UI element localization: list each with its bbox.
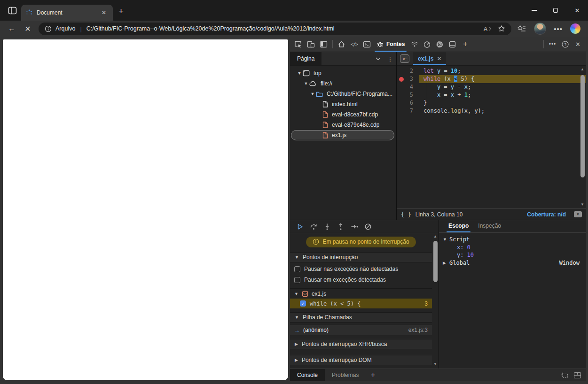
- pause-caught-exceptions-row[interactable]: Pausar em exceções detectadas: [290, 276, 432, 284]
- tab-sources[interactable]: Fontes: [373, 37, 408, 52]
- section-dom-breakpoints[interactable]: ▶ Pontos de interrupção DOM: [290, 355, 432, 365]
- vertical-tabs-icon[interactable]: [7, 5, 18, 16]
- callstack-frame[interactable]: → (anônimo) ex1.js:3: [290, 325, 432, 335]
- pretty-print-icon[interactable]: { }: [401, 211, 411, 218]
- line-number[interactable]: 4: [397, 83, 419, 91]
- page-content[interactable]: [3, 39, 288, 380]
- close-button[interactable]: ✕: [566, 0, 588, 21]
- line-number[interactable]: 6: [397, 99, 419, 107]
- step-icon[interactable]: [350, 222, 359, 231]
- section-breakpoints[interactable]: ▼ Pontos de interrupção: [290, 252, 432, 262]
- tree-item-index-html[interactable]: index.html: [290, 99, 396, 109]
- chevron-down-icon[interactable]: [372, 52, 384, 65]
- refresh-tool-icon[interactable]: [560, 372, 569, 379]
- code-line-7[interactable]: 7console.log(x, y);: [397, 107, 586, 115]
- triangle-expanded-icon[interactable]: ▼: [309, 92, 316, 96]
- scrollbar-thumb[interactable]: [433, 241, 438, 282]
- line-number[interactable]: 2: [397, 67, 419, 75]
- add-tools-icon[interactable]: +: [459, 37, 471, 52]
- editor-scrollbar[interactable]: ▲ ▼: [580, 67, 585, 207]
- scroll-down-icon[interactable]: ▼: [580, 202, 584, 207]
- close-devtools-icon[interactable]: ✕: [572, 37, 584, 52]
- debugger-scrollbar[interactable]: ▲ ▼: [432, 234, 438, 367]
- home-icon[interactable]: [335, 37, 348, 52]
- scrollbar-thumb[interactable]: [580, 75, 585, 177]
- address-bar[interactable]: Arquivo | C:/Github/FIC-Programa--o-Web/…: [39, 23, 511, 35]
- device-emulation-icon[interactable]: [305, 37, 317, 52]
- navigator-toggle-icon[interactable]: ⇤: [400, 54, 409, 63]
- minimize-button[interactable]: [523, 0, 545, 21]
- tab-problems[interactable]: Problemas: [325, 369, 366, 381]
- console-panel-icon[interactable]: [361, 37, 373, 52]
- section-callstack[interactable]: ▼ Pilha de Chamadas: [290, 312, 432, 323]
- stop-icon[interactable]: ✕: [22, 23, 34, 35]
- more-options-icon[interactable]: •••: [546, 37, 559, 52]
- code-editor[interactable]: 2let y = 10;3while (x < 5) {4 y = y - x;…: [397, 66, 586, 208]
- deactivate-breakpoints-icon[interactable]: [363, 222, 373, 231]
- application-icon[interactable]: [446, 37, 459, 52]
- section-xhr-breakpoints[interactable]: ▶ Pontos de interrupção XHR/busca: [290, 339, 432, 349]
- scope-group-global[interactable]: ▶ Global Window: [439, 259, 586, 267]
- tab-page[interactable]: Página: [290, 52, 321, 65]
- tree-item-eval-d8cea7bf-cdp[interactable]: eval-d8cea7bf.cdp: [290, 109, 396, 120]
- tree-item-c-github-fic-programa-[interactable]: ▼C:/Github/FIC-Programa...: [290, 89, 396, 99]
- checkbox-unchecked[interactable]: [294, 266, 300, 272]
- code-line-2[interactable]: 2let y = 10;: [397, 67, 586, 75]
- pause-uncaught-exceptions-row[interactable]: Pausar nas exceções não detectadas: [290, 265, 432, 273]
- editor-tab-close-icon[interactable]: ✕: [437, 55, 441, 62]
- scope-group-script[interactable]: ▼ Script: [439, 236, 586, 244]
- copilot-icon[interactable]: [570, 23, 580, 34]
- favorites-bar-icon[interactable]: [517, 24, 526, 33]
- scroll-down-icon[interactable]: ▼: [433, 362, 437, 367]
- tree-item-ex1-js[interactable]: ex1.js: [290, 130, 396, 140]
- tab-close-icon[interactable]: ✕: [100, 8, 108, 17]
- back-icon[interactable]: ←: [6, 23, 18, 35]
- scope-var-y[interactable]: y: 10: [439, 251, 586, 259]
- add-drawer-tab-icon[interactable]: +: [370, 370, 375, 380]
- performance-icon[interactable]: [421, 37, 433, 52]
- tree-item-file-[interactable]: ▼file://: [290, 78, 396, 89]
- browser-tab[interactable]: Document ✕: [21, 5, 113, 21]
- kebab-menu-icon[interactable]: ⋮: [384, 52, 396, 65]
- network-icon[interactable]: [408, 37, 421, 52]
- elements-icon[interactable]: </>: [348, 37, 361, 52]
- memory-icon[interactable]: [433, 37, 446, 52]
- new-tab-button[interactable]: +: [118, 7, 124, 15]
- scope-var-x[interactable]: x: 0: [439, 244, 586, 252]
- scroll-up-icon[interactable]: ▲: [433, 234, 437, 239]
- settings-ellipsis-icon[interactable]: •••: [554, 25, 563, 33]
- code-line-6[interactable]: 6}: [397, 99, 586, 107]
- tab-console[interactable]: Console: [290, 369, 325, 381]
- line-number[interactable]: 7: [397, 107, 419, 115]
- dock-side-icon[interactable]: [317, 37, 330, 52]
- step-over-icon[interactable]: [309, 222, 318, 231]
- resume-icon[interactable]: [295, 222, 305, 231]
- step-out-icon[interactable]: [336, 222, 345, 231]
- scroll-up-icon[interactable]: ▲: [580, 67, 584, 72]
- checkbox-unchecked[interactable]: [294, 277, 300, 283]
- inspect-icon[interactable]: [292, 37, 305, 52]
- coverage-link[interactable]: Cobertura: n/d: [527, 211, 566, 218]
- breakpoint-dot-icon[interactable]: [399, 77, 404, 82]
- read-aloud-icon[interactable]: A: [483, 25, 492, 32]
- line-number[interactable]: 3: [397, 75, 419, 83]
- address-url[interactable]: C:/Github/FIC-Programa--o-Web/Lógica%20d…: [86, 25, 477, 32]
- triangle-expanded-icon[interactable]: ▼: [303, 81, 309, 86]
- code-line-5[interactable]: 5 x = x + 1;: [397, 91, 586, 99]
- profile-avatar[interactable]: [534, 23, 546, 35]
- tab-inspection[interactable]: Inspeção: [474, 220, 505, 232]
- code-line-4[interactable]: 4 y = y - x;: [397, 83, 586, 91]
- breakpoint-file-group[interactable]: ▼ ex1.js: [290, 288, 432, 298]
- coverage-load-icon[interactable]: ▼: [574, 211, 582, 217]
- checkbox-checked[interactable]: ✓: [300, 300, 306, 307]
- expand-panel-icon[interactable]: [573, 372, 581, 379]
- info-icon[interactable]: [45, 25, 52, 32]
- maximize-button[interactable]: [545, 0, 566, 21]
- breakpoint-entry[interactable]: ✓ while (x < 5) { 3: [290, 299, 432, 308]
- tree-item-eval-e879c48e-cdp[interactable]: eval-e879c48e.cdp: [290, 120, 396, 130]
- help-icon[interactable]: ?: [559, 37, 572, 52]
- tab-scope[interactable]: Escopo: [445, 220, 472, 232]
- code-line-3[interactable]: 3while (x < 5) {: [397, 75, 586, 83]
- step-into-icon[interactable]: [322, 222, 332, 231]
- triangle-expanded-icon[interactable]: ▼: [296, 71, 303, 76]
